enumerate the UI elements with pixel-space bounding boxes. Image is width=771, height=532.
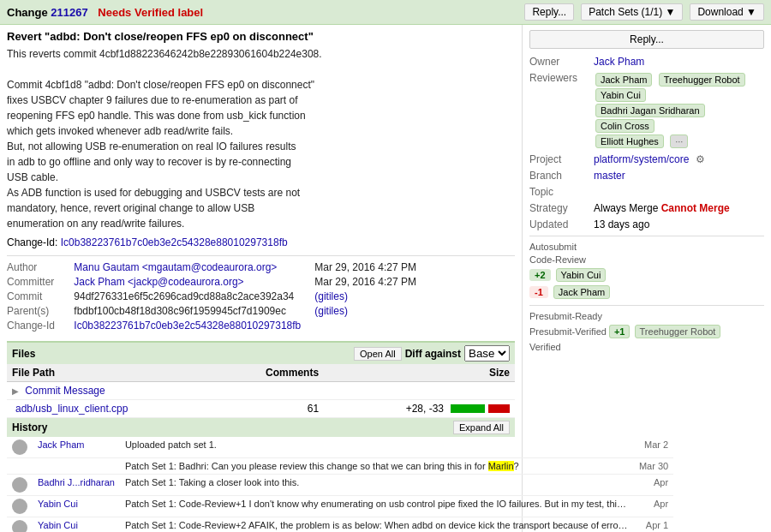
change-number-link[interactable]: 211267 <box>51 6 87 19</box>
files-table: File Path Comments Size ▶ Commit Message <box>7 364 515 418</box>
file-comments-cell <box>218 382 324 400</box>
presubmit-verified-user: Treehugger Robot <box>635 325 721 338</box>
topic-row: Topic <box>529 186 764 198</box>
files-header: Files Open All Diff against Base <box>7 343 515 364</box>
col-comments: Comments <box>218 364 324 382</box>
gitiles1-link[interactable]: (gitiles) <box>314 290 348 302</box>
commit-hash: 94df276331e6f5c2696cad9cd88a8c2ace392a34 <box>74 290 294 302</box>
reviewer-chip-jackpham: Jack Pham <box>595 73 652 87</box>
gitiles2-link[interactable]: (gitiles) <box>314 305 348 317</box>
reviewers-label: Reviewers <box>529 72 594 84</box>
change-id-label: Change-Id: <box>7 236 61 248</box>
meta-left: Author Manu Gautam <mgautam@codeaurora.o… <box>7 261 301 334</box>
reviewers-value: Jack Pham Treehugger Robot Yabin Cui Bad… <box>594 72 764 149</box>
history-avatar-cell <box>7 458 33 475</box>
history-author-cell: Yabin Cui <box>33 496 120 517</box>
history-author-link[interactable]: Yabin Cui <box>38 520 78 530</box>
meta-section: Author Manu Gautam <mgautam@codeaurora.o… <box>7 255 515 334</box>
branch-label: Branch <box>529 170 594 182</box>
open-all-button[interactable]: Open All <box>354 347 402 361</box>
expand-all-button[interactable]: Expand All <box>453 421 510 434</box>
project-value: platform/system/core ⚙ <box>594 153 764 165</box>
file-row: adb/usb_linux_client.cpp 61 +28, -33 <box>7 400 515 418</box>
reviewer-chip-extra: ··· <box>670 134 688 148</box>
verified-label: Verified <box>529 342 764 352</box>
main-content: Revert "adbd: Don't close/reopen FFS ep0… <box>0 25 771 532</box>
download-button[interactable]: Download ▼ <box>690 3 764 21</box>
strategy-label: Strategy <box>529 202 594 214</box>
author-row: Author Manu Gautam <mgautam@codeaurora.o… <box>7 261 301 273</box>
project-label: Project <box>529 153 594 165</box>
reviewer-chip-colin: Colin Cross <box>595 119 654 133</box>
files-title: Files <box>12 348 35 360</box>
updated-value: 13 days ago <box>594 218 764 230</box>
file-path-cell[interactable]: adb/usb_linux_client.cpp <box>7 400 218 418</box>
committer-value[interactable]: Jack Pham <jackp@codeaurora.org> <box>74 276 243 288</box>
strategy-value: Always Merge Cannot Merge <box>594 202 764 214</box>
changeid-label: Change-Id <box>7 320 71 332</box>
diff-base-select[interactable]: Base <box>464 345 510 362</box>
committer-row: Committer Jack Pham <jackp@codeaurora.or… <box>7 276 301 288</box>
gear-icon[interactable]: ⚙ <box>696 153 705 165</box>
author-date-row: Mar 29, 2016 4:27 PM <box>314 261 416 273</box>
avatar <box>12 499 27 514</box>
col-filepath: File Path <box>7 364 218 382</box>
author-label: Author <box>7 261 71 273</box>
parent-label: Parent(s) <box>7 305 71 317</box>
owner-value: Jack Pham <box>594 56 764 68</box>
divider1 <box>529 236 764 236</box>
strategy-text: Always Merge <box>594 202 658 214</box>
file-path-link[interactable]: adb/usb_linux_client.cpp <box>15 403 128 415</box>
history-author-link[interactable]: Badhri J...ridharan <box>38 477 115 487</box>
file-path-cell[interactable]: ▶ Commit Message <box>7 382 218 400</box>
autosubmit-label: Autosubmit <box>529 242 764 252</box>
files-header-right: Open All Diff against Base <box>354 345 510 362</box>
files-section: Files Open All Diff against Base File Pa… <box>7 341 515 418</box>
project-link[interactable]: platform/system/core <box>594 153 689 165</box>
cannot-merge-badge: Cannot Merge <box>661 202 730 214</box>
branch-link[interactable]: master <box>594 170 625 182</box>
author-value[interactable]: Manu Gautam <mgautam@codeaurora.org> <box>74 261 277 273</box>
strategy-row: Strategy Always Merge Cannot Merge <box>529 202 764 214</box>
top-bar: Change 211267 Needs Verified label Reply… <box>0 0 771 25</box>
project-row: Project platform/system/core ⚙ <box>529 153 764 165</box>
history-title: History <box>12 421 47 433</box>
avatar <box>12 477 27 493</box>
page-title: Change 211267 Needs Verified label <box>7 6 203 19</box>
reviewer-chip-yabin: Yabin Cui <box>595 88 646 102</box>
branch-value: master <box>594 170 764 182</box>
gitiles2-row: (gitiles) <box>314 305 416 317</box>
owner-link[interactable]: Jack Pham <box>594 56 644 68</box>
updated-row: Updated 13 days ago <box>529 218 764 230</box>
history-author-cell <box>33 458 120 475</box>
history-header: History Expand All <box>7 418 515 437</box>
history-author-cell: Jack Pham <box>33 437 120 458</box>
file-size-cell: +28, -33 <box>324 400 515 418</box>
presubmit-verified-label: Presubmit-Verified +1 Treehugger Robot <box>529 324 764 339</box>
history-avatar-cell <box>7 437 33 458</box>
highlight-text: Marlin <box>488 461 514 471</box>
committer-date-row: Mar 29, 2016 4:27 PM <box>314 276 416 288</box>
code-review-label: Code-Review <box>529 254 764 265</box>
commit-body: This reverts commit 4cbf1d88223646242b8e… <box>7 46 515 231</box>
vote1-val: +2 <box>529 269 551 281</box>
history-author-link[interactable]: Yabin Cui <box>38 499 78 509</box>
history-author-link[interactable]: Jack Pham <box>38 439 84 450</box>
committer-label: Committer <box>7 276 71 288</box>
topic-label: Topic <box>529 186 594 198</box>
changeid-val[interactable]: Ic0b38223761b7c0eb3e2c54328e88010297318f… <box>74 320 301 332</box>
vote2-user: Jack Pham <box>553 285 610 299</box>
commit-row: Commit 94df276331e6f5c2696cad9cd88a8c2ac… <box>7 290 301 302</box>
parent-hash: fbdbf100cb48f18d308c96f1959945cf7d1909ec <box>74 305 286 317</box>
sidebar-reply-button[interactable]: Reply... <box>529 30 764 49</box>
col-size: Size <box>324 364 515 382</box>
bar-red <box>488 404 510 413</box>
author-date: Mar 29, 2016 4:27 PM <box>314 261 416 273</box>
reply-button[interactable]: Reply... <box>524 3 574 21</box>
file-path-link[interactable]: Commit Message <box>25 385 105 397</box>
divider2 <box>529 305 764 306</box>
reviewer-chip-elliott: Elliott Hughes <box>595 134 664 148</box>
history-avatar-cell <box>7 475 33 496</box>
patch-sets-button[interactable]: Patch Sets (1/1) ▼ <box>581 3 683 21</box>
change-id-link[interactable]: Ic0b38223761b7c0eb3e2c54328e88010297318f… <box>61 236 288 248</box>
